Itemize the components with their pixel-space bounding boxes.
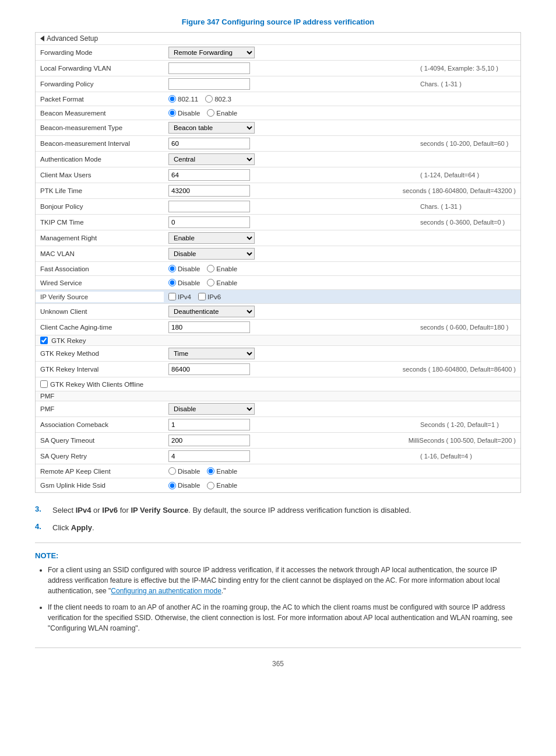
client-max-users-input[interactable] (168, 169, 250, 181)
packet-format-radios: 802.11 802.3 (168, 95, 231, 103)
beacon-measurement-type-select[interactable]: Beacon table (168, 122, 255, 134)
gsm-enable-label[interactable]: Enable (207, 482, 237, 489)
unknown-client-control: Deauthenticate (164, 304, 520, 319)
packet-format-label: Packet Format (36, 94, 164, 104)
mac-vlan-control: Disable Enable (164, 246, 520, 261)
ipv4-checkbox-label[interactable]: IPv4 (168, 293, 191, 300)
ipv6-checkbox-label[interactable]: IPv6 (198, 293, 221, 300)
forwarding-mode-label: Forwarding Mode (36, 47, 164, 58)
ptk-life-time-row: PTK Life Time seconds ( 180-604800, Defa… (36, 183, 520, 199)
step-4-text: Click Apply. (52, 522, 94, 534)
wired-service-enable-label[interactable]: Enable (207, 279, 237, 286)
remote-ap-enable-radio[interactable] (207, 467, 214, 475)
gtk-rekey-method-select[interactable]: Time (168, 348, 255, 359)
bonjour-policy-input[interactable] (168, 201, 250, 212)
association-comeback-input[interactable] (168, 419, 250, 430)
forwarding-mode-select[interactable]: Remote Forwarding Local Forwarding (168, 47, 255, 58)
beacon-measurement-enable-label[interactable]: Enable (207, 109, 237, 117)
forwarding-policy-control (164, 76, 416, 92)
gtk-rekey-interval-input[interactable] (168, 363, 250, 375)
ptk-life-time-hint: seconds ( 180-604800, Default=43200 ) (398, 186, 520, 196)
beacon-measurement-interval-input[interactable] (168, 138, 250, 149)
gsm-disable-radio[interactable] (168, 482, 176, 489)
fast-association-enable-label[interactable]: Enable (207, 265, 237, 272)
remote-ap-keep-client-row: Remote AP Keep Client Disable Enable (36, 464, 520, 478)
beacon-measurement-type-row: Beacon-measurement Type Beacon table (36, 120, 520, 136)
packet-format-802-3-label[interactable]: 802.3 (205, 95, 231, 103)
beacon-measurement-interval-label: Beacon-measurement Interval (36, 138, 164, 149)
sa-query-timeout-input[interactable] (168, 435, 250, 446)
form-container: Advanced Setup Forwarding Mode Remote Fo… (35, 32, 521, 493)
packet-format-802-11-label[interactable]: 802.11 (168, 95, 198, 103)
management-right-row: Management Right Enable Disable (36, 230, 520, 246)
beacon-measurement-control: Disable Enable (164, 107, 520, 118)
beacon-measurement-disable-label[interactable]: Disable (168, 109, 200, 117)
beacon-measurement-type-control: Beacon table (164, 120, 520, 135)
forwarding-policy-hint: Chars. ( 1-31 ) (416, 79, 520, 89)
sa-query-retry-control (164, 449, 416, 464)
local-forwarding-vlan-input[interactable] (168, 62, 250, 74)
beacon-measurement-disable-radio[interactable] (168, 109, 176, 117)
gtk-rekey-interval-row: GTK Rekey Interval seconds ( 180-604800,… (36, 362, 520, 377)
beacon-measurement-enable-radio[interactable] (207, 109, 214, 117)
remote-ap-disable-label[interactable]: Disable (168, 467, 200, 475)
local-forwarding-vlan-control (164, 61, 416, 76)
association-comeback-control (164, 417, 416, 432)
beacon-measurement-type-label: Beacon-measurement Type (36, 123, 164, 133)
gsm-enable-radio[interactable] (207, 482, 214, 489)
fast-association-disable-label[interactable]: Disable (168, 265, 200, 272)
authentication-mode-label: Authentication Mode (36, 154, 164, 164)
fast-association-disable-radio[interactable] (168, 265, 176, 272)
bonjour-policy-label: Bonjour Policy (36, 201, 164, 212)
remote-ap-disable-radio[interactable] (168, 467, 176, 475)
management-right-control: Enable Disable (164, 230, 520, 246)
sa-query-timeout-row: SA Query Timeout MilliSeconds ( 100-500,… (36, 433, 520, 449)
bonjour-policy-control (164, 199, 416, 214)
management-right-select[interactable]: Enable Disable (168, 232, 255, 244)
gtk-rekey-interval-label: GTK Rekey Interval (36, 364, 164, 374)
association-comeback-row: Association Comeback Seconds ( 1-20, Def… (36, 417, 520, 433)
authentication-mode-select[interactable]: Central (168, 153, 255, 165)
wired-service-disable-label[interactable]: Disable (168, 279, 200, 286)
authentication-mode-link[interactable]: Configuring an authentication mode (111, 587, 221, 595)
authentication-mode-control: Central (164, 152, 520, 167)
gtk-rekey-checkbox[interactable] (40, 337, 48, 344)
pmf-section-label: PMF (40, 393, 54, 400)
fast-association-radios: Disable Enable (168, 265, 237, 272)
gsm-disable-label[interactable]: Disable (168, 482, 200, 489)
ip-verify-source-label: IP Verify Source (36, 292, 164, 302)
mac-vlan-select[interactable]: Disable Enable (168, 248, 255, 260)
sa-query-retry-row: SA Query Retry ( 1-16, Default=4 ) (36, 449, 520, 464)
ipv6-checkbox[interactable] (198, 293, 206, 300)
wired-service-enable-radio[interactable] (207, 279, 214, 286)
gtk-rekey-offline-checkbox-label[interactable]: GTK Rekey With Clients Offline (40, 380, 159, 388)
bonjour-policy-hint: Chars. ( 1-31 ) (416, 201, 520, 212)
figure-title: Figure 347 Configuring source IP address… (35, 18, 521, 26)
ipv4-checkbox[interactable] (168, 293, 176, 300)
sa-query-retry-hint: ( 1-16, Default=4 ) (416, 451, 520, 461)
pmf-select[interactable]: Disable Enable (168, 403, 255, 415)
sa-query-timeout-control (164, 433, 404, 448)
unknown-client-select[interactable]: Deauthenticate (168, 306, 255, 317)
ptk-life-time-input[interactable] (168, 185, 250, 197)
remote-ap-enable-label[interactable]: Enable (207, 467, 237, 475)
client-cache-aging-time-row: Client Cache Aging-time seconds ( 0-600,… (36, 320, 520, 335)
gtk-rekey-offline-checkbox[interactable] (40, 380, 48, 388)
steps-container: 3. Select IPv4 or IPv6 for IP Verify Sou… (35, 505, 521, 533)
tkip-cm-time-hint: seconds ( 0-3600, Default=0 ) (416, 217, 520, 228)
client-cache-aging-time-input[interactable] (168, 321, 250, 333)
sa-query-retry-input[interactable] (168, 450, 250, 462)
ptk-life-time-label: PTK Life Time (36, 186, 164, 196)
collapse-icon[interactable] (40, 36, 44, 41)
forwarding-policy-input[interactable] (168, 78, 250, 90)
wired-service-disable-radio[interactable] (168, 279, 176, 286)
tkip-cm-time-control (164, 215, 416, 230)
packet-format-802-3-radio[interactable] (205, 95, 213, 103)
note-item-1: For a client using an SSID configured wi… (48, 565, 521, 596)
sa-query-timeout-hint: MilliSeconds ( 100-500, Default=200 ) (404, 435, 520, 446)
gsm-uplink-hide-ssid-radios: Disable Enable (168, 482, 237, 489)
fast-association-enable-radio[interactable] (207, 265, 214, 272)
note-title: NOTE: (35, 551, 521, 560)
tkip-cm-time-input[interactable] (168, 216, 250, 228)
packet-format-802-11-radio[interactable] (168, 95, 176, 103)
